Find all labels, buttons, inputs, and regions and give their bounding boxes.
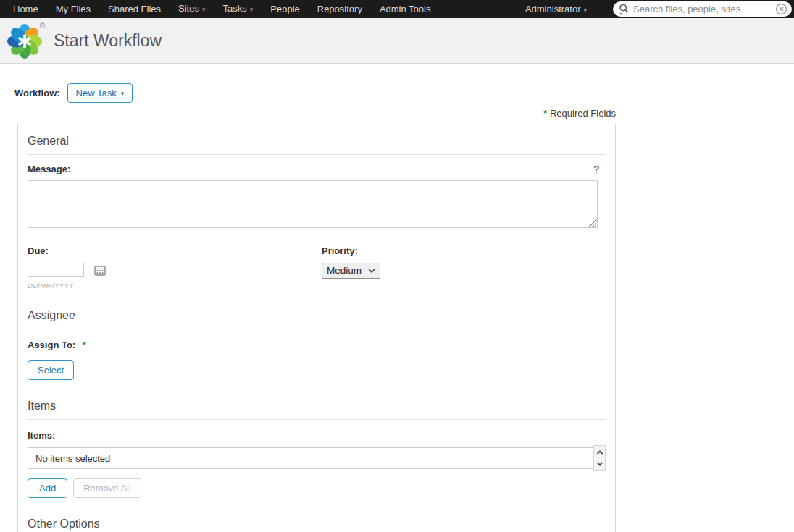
nav-item-sites[interactable]: Sites▾ [170,0,214,19]
due-label: Due: [28,245,322,256]
priority-field-group: Priority: Medium [322,245,380,290]
caret-down-icon: ▾ [121,90,125,97]
nav-item-shared-files[interactable]: Shared Files [99,0,170,18]
alfresco-flower-icon [6,21,43,60]
required-fields-note: *Required Fields [14,108,616,119]
nav-item-repository[interactable]: Repository [309,0,371,18]
message-textarea[interactable] [28,180,598,228]
items-label: Items: [28,430,55,441]
add-items-button[interactable]: Add [28,478,67,498]
main-content: Workflow: New Task ▾ *Required Fields Ge… [0,83,794,532]
section-heading-assignee: Assignee [28,309,606,329]
navbar-right: Administrator▾ [518,1,794,17]
items-listbox-row: No items selected [28,447,606,471]
nav-item-my-files[interactable]: My Files [47,0,99,18]
message-row: Message: ? [28,163,606,175]
remove-all-button[interactable]: Remove All [73,478,141,498]
required-asterisk: * [83,339,86,350]
nav-item-label: Sites [178,3,199,14]
resize-handle[interactable] [589,219,597,227]
workflow-selector-row: Workflow: New Task ▾ [14,83,794,103]
caret-down-icon: ▾ [583,7,587,14]
due-date-input[interactable] [28,263,84,277]
assign-to-row: Assign To: * [28,338,606,351]
workflow-form: General Message: ? Due: [17,124,616,532]
registered-mark: ® [40,22,45,30]
nav-item-label: Tasks [223,3,247,14]
scroll-down-icon[interactable] [596,460,602,465]
due-field-group: Due: DD/MM/YYYY [28,245,322,290]
priority-selected-value: Medium [327,265,362,276]
page-title: Start Workflow [54,31,162,51]
priority-select[interactable]: Medium [322,263,380,279]
workflow-type-button[interactable]: New Task ▾ [67,83,133,103]
priority-label: Priority: [322,245,380,256]
due-input-row [28,263,322,277]
items-label-row: Items: [28,428,606,442]
calendar-icon[interactable] [94,265,106,276]
page-header: ® Start Workflow [0,18,794,64]
clear-search-icon[interactable] [775,3,787,15]
due-date-format-hint: DD/MM/YYYY [28,282,322,290]
nav-item-home[interactable]: Home [4,0,47,18]
nav-item-tasks[interactable]: Tasks▾ [214,0,262,19]
user-menu-label: Administrator [525,4,581,14]
search-input[interactable] [633,4,775,14]
section-heading-other-options: Other Options [28,518,606,532]
user-menu[interactable]: Administrator▾ [518,4,594,14]
search-icon[interactable] [618,3,630,16]
caret-down-icon: ▾ [250,6,254,13]
section-heading-items: Items [28,400,606,420]
workflow-type-label: New Task [76,88,117,98]
items-buttons-row: Add Remove All [28,478,606,498]
alfresco-logo: ® [6,21,46,60]
caret-down-icon: ▾ [202,6,206,13]
items-listbox[interactable]: No items selected [28,447,593,469]
help-icon[interactable]: ? [593,163,606,175]
message-field-wrap [28,180,606,228]
scroll-up-icon[interactable] [596,450,602,456]
top-navbar: Home My Files Shared Files Sites▾ Tasks▾… [0,0,794,18]
assign-to-label: Assign To: [28,339,75,350]
due-priority-row: Due: DD/MM/YYYY [28,245,606,290]
items-scrollbar[interactable] [593,445,606,471]
message-label: Message: [28,164,70,174]
search-box[interactable] [613,1,792,17]
section-heading-general: General [28,135,606,155]
nav-item-people[interactable]: People [262,0,308,18]
assignee-select-button[interactable]: Select [28,360,74,380]
chevron-down-icon [368,269,375,273]
nav-item-admin-tools[interactable]: Admin Tools [371,0,440,18]
workflow-label: Workflow: [14,88,60,98]
required-asterisk: * [543,108,547,119]
required-fields-text: Required Fields [550,108,616,119]
